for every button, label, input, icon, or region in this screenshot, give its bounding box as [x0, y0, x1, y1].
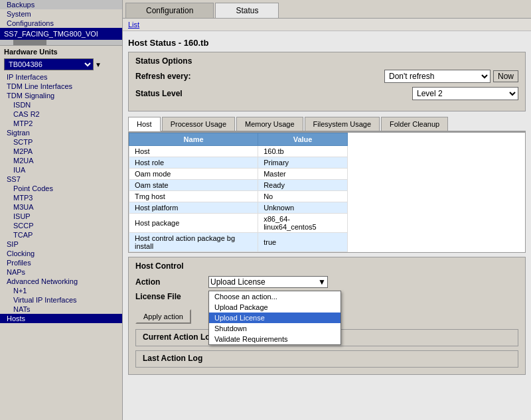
- action-dropdown-trigger[interactable]: Upload License ▼: [208, 276, 328, 288]
- refresh-label: Refresh every:: [135, 72, 208, 81]
- sidebar-item-ip-interfaces[interactable]: IP Interfaces: [0, 72, 122, 82]
- dropdown-item-validate[interactable]: Validate Requirements: [209, 334, 341, 344]
- breadcrumb-link[interactable]: List: [128, 21, 139, 29]
- dropdown-item-shutdown[interactable]: Shutdown: [209, 323, 341, 334]
- host-control-title: Host Control: [135, 261, 518, 271]
- sidebar-nav: IP Interfaces TDM Line Interfaces TDM Si…: [0, 72, 122, 420]
- top-tab-bar: Configuration Status: [123, 0, 531, 19]
- table-row-name: Host: [129, 146, 258, 157]
- sidebar-item-sctp[interactable]: SCTP: [0, 137, 122, 147]
- action-label: Action: [135, 276, 208, 287]
- page-title: Host Status - 160.tb: [128, 35, 526, 52]
- sidebar-item-m3ua[interactable]: M3UA: [0, 202, 122, 212]
- sidebar-item-isdn[interactable]: ISDN: [0, 100, 122, 109]
- sidebar-item-iua[interactable]: IUA: [0, 165, 122, 175]
- sidebar-item-backups[interactable]: Backups: [0, 0, 122, 9]
- table-row: Oam stateReady: [129, 180, 348, 191]
- table-row-value: 160.tb: [258, 146, 348, 157]
- action-row: Action Upload License ▼ Choose an action…: [135, 276, 518, 288]
- table-row: Oam modeMaster: [129, 169, 348, 180]
- sidebar-item-configurations[interactable]: Configurations: [0, 19, 122, 28]
- tab-folder-cleanup[interactable]: Folder Cleanup: [381, 117, 448, 131]
- content-area: Host Status - 160.tb Status Options Refr…: [123, 31, 531, 420]
- tab-configuration[interactable]: Configuration: [125, 3, 214, 18]
- table-row: Host platformUnknown: [129, 202, 348, 214]
- dropdown-arrow-icon: ▼: [318, 277, 326, 287]
- sidebar-item-m2ua[interactable]: M2UA: [0, 156, 122, 165]
- now-button[interactable]: Now: [493, 70, 518, 82]
- table-row-value: Master: [258, 169, 348, 180]
- sidebar-item-ss7[interactable]: SS7: [0, 175, 122, 184]
- table-row-name: Oam state: [129, 180, 258, 191]
- host-table: Name Value Host160.tbHost rolePrimaryOam…: [128, 132, 526, 253]
- table-row: Host160.tb: [129, 146, 348, 157]
- apply-action-button[interactable]: Apply action: [135, 309, 191, 324]
- tab-host[interactable]: Host: [128, 117, 161, 131]
- refresh-row: Refresh every: Don't refresh Now: [135, 70, 518, 83]
- col-name: Name: [129, 133, 258, 146]
- sidebar-item-nats[interactable]: NATs: [0, 305, 122, 314]
- tb-selector-container: TB004386 ▼: [4, 58, 118, 70]
- table-row-name: Oam mode: [129, 169, 258, 180]
- sidebar-item-mtp3[interactable]: MTP3: [0, 193, 122, 202]
- sidebar-item-cas-r2[interactable]: CAS R2: [0, 109, 122, 119]
- hardware-units-label: Hardware Units: [0, 45, 122, 56]
- sidebar-item-clocking[interactable]: Clocking: [0, 249, 122, 258]
- config-selector[interactable]: SS7_FACING_TMG800_VOI: [0, 28, 122, 40]
- table-row-name: Host control action package bg install: [129, 233, 258, 252]
- action-selected-value: Upload License: [210, 277, 266, 287]
- table-row-name: Host role: [129, 157, 258, 169]
- dropdown-item-upload-license[interactable]: Upload License: [209, 313, 341, 323]
- sidebar-item-naps[interactable]: NAPs: [0, 267, 122, 277]
- sidebar-item-tdm-signaling[interactable]: TDM Signaling: [0, 91, 122, 100]
- host-control-box: Host Control Action Upload License ▼ Cho…: [128, 257, 526, 375]
- sidebar-item-adv-networking[interactable]: Advanced Networking: [0, 277, 122, 286]
- main-content: Configuration Status List Host Status - …: [123, 0, 531, 420]
- sidebar-item-sip[interactable]: SIP: [0, 240, 122, 249]
- table-row-name: Host package: [129, 214, 258, 233]
- col-value: Value: [258, 133, 348, 146]
- sidebar-item-system[interactable]: System: [0, 9, 122, 19]
- table-row: Host rolePrimary: [129, 157, 348, 169]
- sidebar-item-point-codes[interactable]: Point Codes: [0, 184, 122, 193]
- tab-memory-usage[interactable]: Memory Usage: [236, 117, 303, 131]
- status-level-row: Status Level Level 2: [135, 87, 518, 100]
- dropdown-item-upload-package[interactable]: Upload Package: [209, 302, 341, 313]
- table-row-value: Primary: [258, 157, 348, 169]
- table-row-name: Tmg host: [129, 191, 258, 202]
- last-action-log: Last Action Log: [135, 350, 518, 368]
- sidebar-item-n1[interactable]: N+1: [0, 286, 122, 295]
- table-row: Host packagex86_64-linux64_centos5: [129, 214, 348, 233]
- sidebar-item-hosts[interactable]: Hosts: [0, 314, 122, 323]
- sidebar-item-mtp2[interactable]: MTP2: [0, 119, 122, 128]
- last-action-log-title: Last Action Log: [143, 354, 511, 363]
- tb-selector[interactable]: TB004386: [4, 58, 94, 70]
- table-row-value: Unknown: [258, 202, 348, 214]
- sidebar-item-sigtran[interactable]: Sigtran: [0, 128, 122, 137]
- sub-tab-bar: Host Processor Usage Memory Usage Filesy…: [128, 117, 526, 132]
- sidebar-item-sccp[interactable]: SCCP: [0, 221, 122, 230]
- status-level-select[interactable]: Level 2: [412, 87, 518, 100]
- status-options-box: Status Options Refresh every: Don't refr…: [128, 52, 526, 111]
- tab-filesystem-usage[interactable]: Filesystem Usage: [305, 117, 380, 131]
- status-options-title: Status Options: [135, 56, 518, 66]
- sidebar-item-isup[interactable]: ISUP: [0, 212, 122, 221]
- table-row: Tmg hostNo: [129, 191, 348, 202]
- sidebar: Backups System Configurations SS7_FACING…: [0, 0, 123, 420]
- table-row-value: Ready: [258, 180, 348, 191]
- table-row-value: x86_64-linux64_centos5: [258, 214, 348, 233]
- tab-processor-usage[interactable]: Processor Usage: [162, 117, 235, 131]
- sidebar-item-profiles[interactable]: Profiles: [0, 258, 122, 267]
- dropdown-item-choose[interactable]: Choose an action...: [209, 291, 341, 302]
- breadcrumb: List: [123, 19, 531, 31]
- table-row-value: true: [258, 233, 348, 252]
- sidebar-item-tdm-line[interactable]: TDM Line Interfaces: [0, 82, 122, 91]
- sidebar-item-tcap[interactable]: TCAP: [0, 230, 122, 240]
- sidebar-item-vip-interfaces[interactable]: Virtual IP Interfaces: [0, 295, 122, 305]
- refresh-select[interactable]: Don't refresh: [384, 70, 491, 83]
- license-file-label: License File: [135, 292, 208, 301]
- sidebar-item-m2pa[interactable]: M2PA: [0, 147, 122, 156]
- status-level-label: Status Level: [135, 89, 208, 98]
- table-row-name: Host platform: [129, 202, 258, 214]
- tab-status[interactable]: Status: [215, 3, 279, 18]
